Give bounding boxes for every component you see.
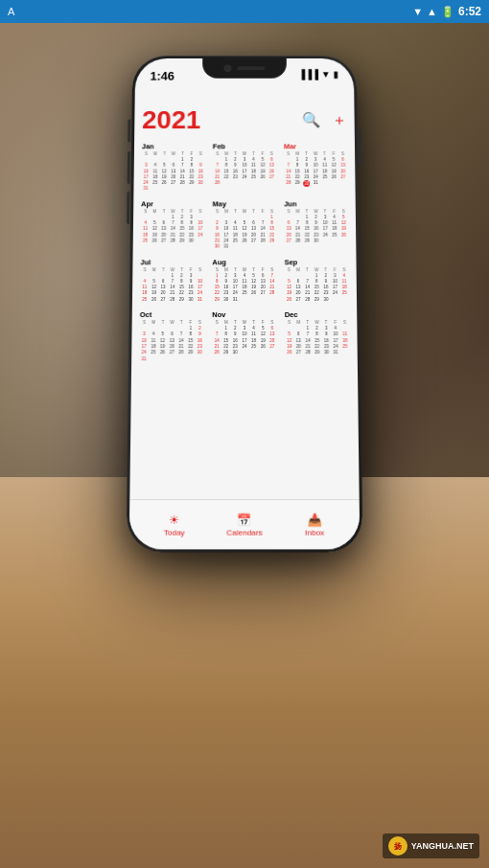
calendar-actions[interactable]: 🔍 ＋ bbox=[302, 110, 347, 129]
day-headers-row: SMTWTFS bbox=[140, 320, 205, 325]
calendar-day[interactable] bbox=[258, 180, 268, 186]
calendar-day[interactable]: 30 bbox=[221, 297, 231, 303]
calendar-day[interactable] bbox=[240, 180, 249, 186]
calendar-day[interactable]: 28 bbox=[284, 180, 293, 187]
calendar-day[interactable] bbox=[187, 186, 197, 192]
add-event-icon[interactable]: ＋ bbox=[332, 110, 347, 129]
week-row: 282930 bbox=[212, 350, 277, 355]
calendar-day[interactable]: 29 bbox=[212, 297, 221, 303]
calendar-day[interactable] bbox=[231, 244, 241, 250]
calendar-day[interactable]: 27 bbox=[284, 239, 293, 244]
calendar-day[interactable] bbox=[258, 297, 268, 303]
calendar-day[interactable] bbox=[221, 180, 231, 186]
calendar-day[interactable] bbox=[149, 356, 158, 362]
calendar-day[interactable]: 27 bbox=[294, 350, 304, 355]
calendar-day[interactable] bbox=[196, 186, 205, 192]
tab-inbox[interactable]: 📥 Inbox bbox=[280, 513, 350, 537]
calendar-day[interactable]: 31 bbox=[141, 186, 151, 192]
calendar-day[interactable]: 25 bbox=[140, 297, 150, 303]
calendar-day[interactable] bbox=[268, 350, 277, 355]
calendar-day[interactable] bbox=[151, 186, 160, 192]
calendar-day[interactable] bbox=[331, 297, 340, 303]
calendar-day[interactable] bbox=[186, 356, 196, 362]
calendar-day[interactable] bbox=[240, 297, 249, 303]
calendar-day[interactable] bbox=[249, 244, 259, 250]
calendar-day[interactable]: 29 bbox=[313, 350, 322, 355]
calendar-day[interactable]: 30 bbox=[312, 239, 321, 244]
calendar-day[interactable] bbox=[320, 180, 330, 187]
calendar-day[interactable]: 29 bbox=[313, 297, 322, 303]
calendar-day[interactable]: 28 bbox=[293, 239, 303, 244]
calendar-day[interactable]: 31 bbox=[231, 297, 241, 303]
day-header: T bbox=[321, 320, 331, 325]
calendar-day[interactable]: 28 bbox=[168, 297, 177, 303]
calendar-day[interactable] bbox=[169, 186, 178, 192]
calendar-day[interactable]: 27 bbox=[158, 297, 168, 303]
tab-today-label: Today bbox=[164, 528, 185, 537]
calendar-day[interactable]: 26 bbox=[150, 239, 159, 244]
calendar-day[interactable] bbox=[268, 297, 277, 303]
calendar-day[interactable] bbox=[340, 350, 350, 355]
calendar-day[interactable] bbox=[330, 239, 339, 244]
calendar-day[interactable]: 31 bbox=[139, 356, 149, 362]
calendar-day[interactable]: 26 bbox=[285, 297, 294, 303]
calendar-day[interactable]: 29 bbox=[221, 350, 231, 355]
calendar-day[interactable] bbox=[231, 180, 240, 186]
calendar-day[interactable] bbox=[176, 356, 186, 362]
calendar-day[interactable] bbox=[240, 244, 249, 250]
calendar-day[interactable]: 29 bbox=[176, 297, 186, 303]
calendar-day[interactable]: 28 bbox=[303, 297, 313, 303]
tab-calendars[interactable]: 📅 Calendars bbox=[209, 513, 279, 537]
search-icon[interactable]: 🔍 bbox=[302, 110, 321, 129]
calendar-day[interactable]: 26 bbox=[285, 350, 294, 355]
mute-button bbox=[128, 120, 130, 143]
calendar-day[interactable]: 25 bbox=[141, 239, 151, 244]
calendar-day[interactable] bbox=[321, 239, 331, 244]
calendar-day[interactable] bbox=[268, 180, 277, 186]
calendar-day[interactable]: 30 bbox=[321, 297, 331, 303]
calendar-day[interactable]: 31 bbox=[196, 297, 205, 303]
calendar-day[interactable]: 29 bbox=[302, 239, 312, 244]
calendar-day[interactable]: 29 bbox=[293, 180, 303, 187]
calendar-day[interactable] bbox=[338, 180, 348, 187]
calendar-day[interactable] bbox=[196, 239, 205, 244]
calendar-day[interactable] bbox=[177, 186, 187, 192]
calendar-day[interactable] bbox=[158, 356, 168, 362]
month-name: Jan bbox=[142, 143, 205, 151]
calendar-day[interactable]: 28 bbox=[303, 350, 313, 355]
calendar-day[interactable]: 30 bbox=[186, 239, 196, 244]
calendar-day[interactable]: 31 bbox=[221, 244, 231, 250]
calendar-day[interactable]: 28 bbox=[168, 239, 177, 244]
calendar-day[interactable]: 30 bbox=[186, 297, 196, 303]
calendar-day[interactable]: 28 bbox=[212, 350, 221, 355]
day-headers-row: SMTWTFS bbox=[142, 151, 205, 156]
calendar-day[interactable]: 27 bbox=[293, 297, 303, 303]
calendar-day[interactable]: 31 bbox=[312, 180, 321, 187]
calendar-day[interactable] bbox=[268, 244, 277, 250]
day-header: S bbox=[340, 320, 350, 325]
calendar-day[interactable]: 30 bbox=[322, 350, 332, 355]
calendar-day[interactable]: 29 bbox=[177, 239, 187, 244]
calendar-day[interactable] bbox=[339, 297, 349, 303]
calendar-day[interactable] bbox=[159, 186, 169, 192]
calendar-day[interactable] bbox=[240, 350, 249, 355]
front-camera bbox=[224, 65, 232, 73]
calendar-day[interactable]: 27 bbox=[159, 239, 169, 244]
calendar-day[interactable]: 26 bbox=[150, 297, 159, 303]
calendar-day[interactable] bbox=[258, 350, 268, 355]
calendar-day[interactable] bbox=[249, 297, 259, 303]
calendar-day[interactable] bbox=[258, 244, 268, 250]
calendar-day[interactable]: 31 bbox=[331, 350, 340, 355]
calendar-day[interactable] bbox=[249, 350, 259, 355]
calendar-day[interactable] bbox=[339, 239, 349, 244]
calendar-day[interactable] bbox=[195, 356, 204, 362]
calendar-day[interactable] bbox=[330, 180, 339, 187]
calendar-day[interactable]: 28 bbox=[213, 180, 222, 186]
tab-today[interactable]: ☀ Today bbox=[139, 513, 209, 537]
calendar-day[interactable] bbox=[167, 356, 176, 362]
day-header: W bbox=[168, 320, 177, 325]
calendar-day[interactable]: 30 bbox=[213, 244, 222, 250]
calendar-day[interactable]: 30 bbox=[303, 180, 310, 187]
calendar-day[interactable]: 30 bbox=[230, 350, 240, 355]
calendar-day[interactable] bbox=[249, 180, 258, 186]
